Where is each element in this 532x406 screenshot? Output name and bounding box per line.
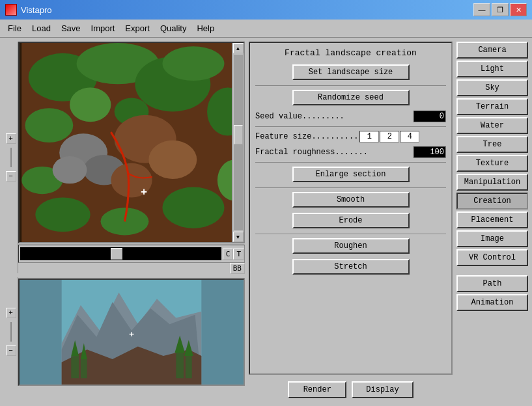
roughness-input[interactable] (413, 146, 446, 158)
middle-panel: Fractal landscape creation Set landscape… (249, 42, 453, 402)
svg-rect-25 (71, 356, 79, 378)
menu-import[interactable]: Import (86, 21, 120, 35)
image-button[interactable]: Image (456, 230, 528, 247)
svg-point-16 (53, 156, 87, 183)
sky-button[interactable]: Sky (456, 79, 528, 96)
title-bar: Vistapro — ❐ ✕ (0, 0, 532, 20)
panel-title: Fractal landscape creation (255, 48, 446, 58)
animation-button[interactable]: Animation (456, 294, 528, 311)
preview-zoom-minus[interactable]: − (6, 345, 16, 356)
menu-file[interactable]: File (3, 21, 27, 35)
restore-button[interactable]: ❐ (492, 3, 509, 16)
menu-load[interactable]: Load (27, 21, 56, 35)
path-button[interactable]: Path (456, 275, 528, 292)
map-right-scrollbar[interactable]: ▲ ▼ (232, 43, 244, 242)
seed-row: Seed value......... (255, 111, 446, 122)
scroll-up-btn[interactable]: ▲ (233, 43, 244, 53)
strip-thumb[interactable] (111, 248, 122, 260)
set-landscape-button[interactable]: Set landscape size (292, 64, 410, 80)
enlarge-row: Enlarge section (255, 167, 446, 182)
preview-zoom-plus[interactable]: + (6, 308, 16, 318)
tree-button[interactable]: Tree (456, 136, 528, 153)
bb-area: BB (18, 264, 245, 273)
display-button[interactable]: Display (352, 381, 413, 398)
texture-button[interactable]: Texture (456, 155, 528, 172)
seed-input[interactable] (413, 111, 446, 122)
roughen-button[interactable]: Roughen (292, 238, 410, 254)
preview-area: + − (4, 277, 245, 386)
zoom-plus-btn[interactable]: + (6, 133, 16, 144)
feature-input-1[interactable] (359, 131, 379, 142)
divider-2 (255, 126, 446, 127)
3d-terrain-svg: + (20, 280, 244, 385)
3d-preview[interactable]: + (18, 278, 245, 386)
placement-button[interactable]: Placement (456, 211, 528, 228)
erode-button[interactable]: Erode (292, 213, 410, 228)
left-panel: + − (4, 42, 245, 402)
c-button[interactable]: C (223, 249, 234, 260)
randomize-row: Randomize seed (255, 90, 446, 105)
svg-rect-29 (176, 353, 184, 378)
feature-input-3[interactable] (400, 131, 419, 142)
menu-bar: File Load Save Import Export Quality Hel… (0, 20, 532, 38)
svg-point-12 (162, 187, 224, 228)
menu-save[interactable]: Save (56, 21, 86, 35)
scroll-down-btn[interactable]: ▼ (233, 232, 244, 242)
feature-input-2[interactable] (380, 131, 399, 142)
window-title: Vistapro (21, 5, 51, 15)
bottom-strip: C T (18, 245, 245, 263)
preview-zoom-track (10, 322, 12, 342)
strip-slider[interactable] (20, 247, 221, 260)
smooth-button[interactable]: Smooth (292, 192, 410, 208)
left-scrollbar: + − (4, 42, 18, 273)
svg-point-11 (101, 208, 149, 235)
camera-button[interactable]: Camera (456, 42, 528, 59)
map-svg: + (20, 43, 244, 242)
minimize-button[interactable]: — (473, 3, 490, 16)
stretch-button[interactable]: Stretch (292, 259, 410, 275)
close-button[interactable]: ✕ (510, 3, 527, 16)
stretch-row: Stretch (255, 259, 446, 275)
scroll-track (234, 55, 243, 230)
light-button[interactable]: Light (456, 61, 528, 77)
set-landscape-row: Set landscape size (255, 64, 446, 80)
divider-4 (255, 187, 446, 188)
vr-control-button[interactable]: VR Control (456, 249, 528, 266)
roughness-label: Fractal roughness....... (255, 148, 413, 157)
preview-left-bar: + − (4, 277, 18, 386)
bb-button[interactable]: BB (230, 263, 245, 274)
manipulation-button[interactable]: Manipulation (456, 174, 528, 191)
smooth-row: Smooth (255, 192, 446, 208)
right-spacer (456, 268, 528, 273)
scroll-thumb[interactable] (234, 125, 243, 144)
randomize-button[interactable]: Randomize seed (292, 90, 410, 105)
seed-label: Seed value......... (255, 112, 413, 121)
svg-text:+: + (141, 186, 147, 198)
map-view[interactable]: + ▲ ▼ (18, 42, 245, 243)
divider-1 (255, 85, 446, 86)
roughness-row: Fractal roughness....... (255, 146, 446, 158)
feature-row: Feature size.......... (255, 131, 446, 142)
menu-help[interactable]: Help (191, 21, 219, 35)
svg-point-4 (25, 108, 73, 142)
t-button[interactable]: T (233, 249, 244, 260)
render-button[interactable]: Render (288, 381, 346, 398)
svg-rect-31 (186, 356, 192, 378)
zoom-track (10, 148, 12, 167)
svg-text:+: + (129, 330, 134, 340)
enlarge-button[interactable]: Enlarge section (292, 167, 410, 182)
right-panel: Camera Light Sky Terrain Water Tree Text… (456, 42, 528, 402)
creation-button[interactable]: Creation (456, 193, 528, 210)
render-row: Render Display (249, 377, 453, 402)
terrain-button[interactable]: Terrain (456, 98, 528, 115)
svg-rect-27 (81, 359, 87, 378)
water-button[interactable]: Water (456, 117, 528, 134)
menu-quality[interactable]: Quality (155, 21, 191, 35)
erode-row: Erode (255, 213, 446, 228)
main-content: + − (0, 38, 532, 406)
zoom-minus-btn[interactable]: − (6, 171, 16, 182)
svg-point-7 (162, 46, 224, 81)
roughen-row: Roughen (255, 238, 446, 254)
menu-export[interactable]: Export (120, 21, 155, 35)
map-area: + − (4, 42, 245, 273)
